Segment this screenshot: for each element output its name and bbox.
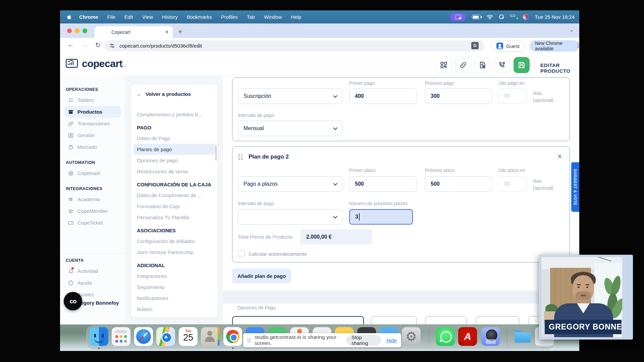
menu-bar-clock[interactable]: Tue 25 Nov 18:24	[535, 14, 575, 20]
dock-whatsapp-icon[interactable]	[436, 327, 455, 346]
sidebar-item-gestion[interactable]: Gestión	[65, 129, 121, 141]
plan1-first-payment-input[interactable]	[349, 88, 417, 104]
subnav-item-planes-de-pago[interactable]: Planes de pago	[133, 144, 215, 155]
screen-sharing-status-icon[interactable]	[450, 13, 466, 21]
subnav-item-notificaciones[interactable]: Notificaciones	[133, 293, 215, 304]
menu-item-history[interactable]: History	[162, 14, 178, 20]
plan1-interval-select[interactable]: Mensual	[238, 121, 342, 136]
plan2-interval-select[interactable]	[238, 209, 342, 225]
sidebar-item-copetrack[interactable]: Copetrack	[65, 167, 121, 179]
spotlight-search-icon[interactable]	[499, 14, 504, 19]
apple-menu-icon[interactable]	[66, 14, 71, 20]
browser-tab[interactable]: Copecart ✕	[95, 26, 173, 38]
subnav-item-configuracion-afiliados[interactable]: Configuración de Afiliados	[133, 236, 215, 247]
subnav-item-seguimiento[interactable]: Seguimiento	[133, 282, 215, 293]
control-center-icon[interactable]	[510, 15, 517, 19]
tab-search-chevron-icon[interactable]: ⌄	[570, 27, 574, 33]
dock-chrome-icon[interactable]	[223, 327, 242, 346]
site-settings-icon[interactable]	[109, 43, 115, 49]
sidebar-item-copeticket[interactable]: CopeTicket	[65, 217, 121, 229]
add-payment-plan-button[interactable]: Añadir plan de pago	[232, 268, 291, 283]
menu-item-window[interactable]: Window	[264, 14, 282, 20]
sidebar-item-ayuda[interactable]: ? Ayuda	[65, 277, 121, 289]
qr-code-button[interactable]	[436, 57, 452, 73]
new-tab-button[interactable]: +	[178, 28, 182, 35]
profile-status-icon[interactable]	[523, 14, 529, 20]
subnav-item-boletin[interactable]: Boletín	[133, 304, 215, 315]
plan2-second-installment-input[interactable]	[498, 176, 527, 192]
auto-calculate-checkbox[interactable]	[238, 250, 245, 257]
plan1-type-select[interactable]: Suscripción	[238, 88, 342, 104]
stop-sharing-button[interactable]: Stop sharing	[346, 335, 381, 346]
contact-phone-button[interactable]	[494, 57, 510, 73]
back-to-products-link[interactable]: ← Volver a productos	[137, 91, 212, 97]
wifi-icon[interactable]	[487, 15, 493, 19]
plan2-installments-count-input[interactable]: 3	[349, 209, 413, 225]
preview-document-button[interactable]	[475, 57, 491, 73]
plan2-next-installment-input[interactable]	[425, 176, 492, 192]
subnav-item-personaliza-plantilla[interactable]: Personaliza Tu Plantilla	[133, 212, 215, 223]
remove-plan-icon[interactable]: ✕	[557, 153, 562, 160]
save-product-button[interactable]	[514, 57, 530, 73]
menu-item-edit[interactable]: Edit	[124, 14, 133, 20]
menu-item-view[interactable]: View	[142, 14, 153, 20]
hide-sharing-bar-link[interactable]: Hide	[386, 338, 397, 343]
chrome-update-chip[interactable]: New Chrome available	[530, 40, 579, 52]
dock-settings-icon[interactable]: ⚙	[402, 327, 421, 346]
copecart-logo[interactable]: copecart	[66, 58, 122, 69]
sidebar-item-copemember[interactable]: CopeMember	[65, 205, 121, 217]
sidebar-item-academia[interactable]: Academia	[65, 193, 121, 205]
window-minimize-button[interactable]	[75, 28, 79, 33]
dock-contacts-icon[interactable]	[201, 327, 220, 346]
subnav-item-joint-venture[interactable]: Joint Venture Partnership	[133, 247, 215, 258]
address-bar[interactable]: copecart.com/products/d5036cf8/edit	[105, 40, 484, 51]
drag-handle-icon[interactable]	[248, 338, 251, 343]
translate-icon[interactable]: G	[471, 42, 479, 49]
dock-finder-icon[interactable]	[90, 327, 108, 346]
guest-profile-button[interactable]: Guest	[491, 40, 525, 52]
menu-item-tab[interactable]: Tab	[247, 14, 255, 20]
menu-item-chrome[interactable]: Chrome	[79, 14, 98, 20]
suggest-and-vote-tab[interactable]: SUGGEST & VOTE	[571, 162, 579, 212]
battery-icon[interactable]	[472, 15, 481, 19]
window-zoom-button[interactable]	[83, 28, 87, 33]
drag-handle-icon[interactable]	[238, 154, 243, 160]
subnav-item-formulario-caja[interactable]: Formulario de Caja	[133, 201, 215, 212]
subnav-item-integraciones[interactable]: Integraciones	[133, 270, 215, 282]
sidebar-item-actividad[interactable]: Actividad	[65, 265, 121, 277]
dock-acrobat-icon[interactable]: A	[458, 327, 477, 346]
sidebar-item-transacciones[interactable]: Transacciones	[65, 118, 121, 129]
reload-button[interactable]: ↻	[95, 41, 101, 49]
subnav-item-datos-cumplimiento[interactable]: Datos de Cumplimiento de ...	[133, 190, 215, 201]
subnav-scrollbar[interactable]	[215, 145, 217, 161]
back-button[interactable]: ←	[67, 41, 74, 49]
browser-menu-icon[interactable]: ⋮	[575, 42, 579, 49]
subnav-item-datos-de-pago[interactable]: Datos de Pago	[133, 133, 215, 144]
subnav-item-clipped[interactable]: Disponibilidad de producto	[137, 103, 212, 107]
dock-calendar-icon[interactable]: Tue 25	[179, 327, 198, 346]
dock-maps-icon[interactable]	[156, 327, 175, 346]
menu-item-help[interactable]: Help	[291, 14, 301, 20]
tab-close-icon[interactable]: ✕	[165, 29, 169, 35]
plan2-type-select[interactable]: Pago a plazos	[238, 176, 342, 192]
sidebar-item-tablero[interactable]: Tablero	[65, 94, 121, 106]
sidebar-item-productos[interactable]: Productos	[65, 106, 121, 118]
dock-downloads-folder-icon[interactable]	[513, 327, 532, 346]
window-close-button[interactable]	[67, 28, 72, 33]
subnav-item-opciones-de-pago[interactable]: Opciones de pago	[133, 155, 215, 166]
copy-link-button[interactable]	[455, 57, 471, 73]
menu-item-file[interactable]: File	[107, 14, 115, 20]
subnav-item-complementos[interactable]: Complementos y pedidos b...	[133, 109, 215, 120]
dock-safari-icon[interactable]	[134, 327, 153, 346]
forward-button[interactable]: →	[82, 41, 88, 49]
plan1-next-payment-input[interactable]	[425, 88, 492, 104]
dock-screen-share-app-icon[interactable]	[481, 327, 500, 346]
menu-item-profiles[interactable]: Profiles	[221, 14, 238, 20]
menu-item-bookmarks[interactable]: Bookmarks	[187, 14, 212, 20]
chat-widget-button[interactable]: co	[64, 292, 82, 310]
dock-launchpad-icon[interactable]	[112, 327, 130, 346]
sidebar-item-mercado[interactable]: Mercado	[65, 141, 121, 153]
subnav-item-restricciones[interactable]: Restricciones de venta	[133, 166, 215, 177]
plan2-first-installment-input[interactable]	[349, 176, 417, 192]
plan1-second-payment-input[interactable]	[498, 88, 527, 104]
